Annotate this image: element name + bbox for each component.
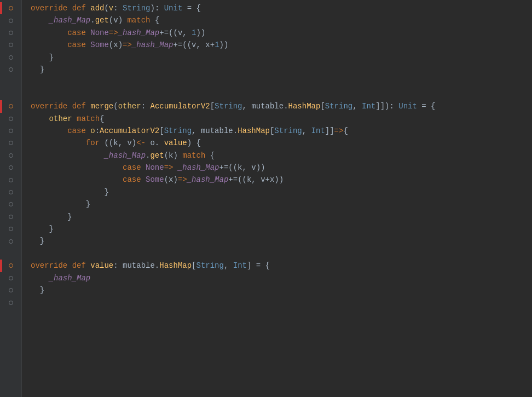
gutter-line-20 (0, 235, 21, 247)
indent-3 (31, 27, 67, 39)
paren-x-2: (x) (164, 174, 178, 186)
kw-for: for (86, 137, 105, 149)
ivar-hashmap-5: _hash_Map (178, 162, 219, 174)
indent-2 (31, 14, 49, 26)
indent-10 (31, 113, 49, 125)
close-brace-7: } (31, 235, 44, 247)
num-2: 1 (215, 39, 219, 51)
ty-hashmap-1: HashMap (288, 100, 321, 112)
ty-string-3: String (325, 100, 352, 112)
gutter-line-3 (0, 27, 21, 39)
colon-2: : (141, 100, 151, 112)
dot-1: . (90, 14, 95, 26)
arrow-2: => (123, 39, 132, 51)
arrow-for: <- (136, 137, 146, 149)
gutter-dot-6 (9, 67, 13, 72)
code-line-2: _hash_Map.get(v) match { (31, 14, 532, 26)
brace-match-1: { (150, 14, 159, 26)
gutter-dot-3 (9, 31, 13, 35)
none-2: None (146, 162, 164, 174)
gutter-line-2 (0, 14, 21, 26)
indent-11 (31, 125, 67, 137)
param-v: v (109, 2, 113, 14)
gutter-line-22 (0, 260, 21, 272)
kw-case-1: case (67, 27, 90, 39)
gutter-dot-15 (9, 178, 13, 182)
ty-unit-2: Unit (398, 100, 417, 112)
gutter-line-18 (0, 211, 21, 223)
gutter-dot-20 (9, 239, 13, 244)
gutter-line-5 (0, 51, 21, 64)
none-1: None (90, 27, 109, 39)
comma-2: , (352, 100, 362, 112)
code-line-3: case None=>_hash_Map+=((v, 1)) (31, 27, 532, 39)
gutter-line-10 (0, 113, 21, 125)
gutter-line-13 (0, 149, 21, 162)
code-line-24: } (31, 284, 532, 296)
close-brace-5: } (67, 211, 72, 223)
kw-case-2: case (67, 39, 90, 51)
ty-int-3: Int (233, 260, 247, 272)
gutter-line-21 (0, 248, 21, 260)
code-line-12: for ((k, v)<- o. value) { (31, 137, 532, 149)
ty-accv2-1: AccumulatorV2 (150, 100, 210, 112)
gutter-dot-18 (9, 215, 13, 219)
code-line-23: _hash_Map (31, 272, 532, 284)
comma-5: , (224, 260, 233, 272)
param-o: o (90, 125, 95, 137)
comma-4: , (302, 125, 311, 137)
other-ref-1: other (49, 113, 72, 125)
kw-case-5: case (123, 174, 146, 186)
code-line-13: _hash_Map.get(k) match { (31, 149, 532, 162)
close-brace-final: } (31, 284, 44, 296)
code-line-22: override def value: mutable.HashMap[Stri… (31, 260, 532, 272)
indent-17 (31, 198, 86, 210)
ty-hashmap-3: HashMap (159, 260, 192, 272)
paren-x-1: (x) (109, 39, 123, 51)
kw-case-3: case (67, 125, 90, 137)
comma-3: , (192, 125, 201, 137)
gutter-line-25 (0, 296, 21, 308)
indent-19 (31, 223, 49, 235)
brackets-close-3: ] = { (247, 260, 270, 272)
arrow-5: => (178, 174, 187, 186)
gutter-line-6 (0, 64, 21, 76)
ivar-hashmap-4: _hash_Map (104, 149, 146, 162)
fn-merge: merge (90, 100, 113, 112)
code-line-4: case Some(x)=>_hash_Map+=((v, x+1)) (31, 39, 532, 51)
indent-4 (31, 39, 67, 51)
kw-override-2: override (31, 100, 72, 112)
param-other: other (118, 100, 141, 112)
paren-k-1: (k) (164, 149, 183, 162)
space-14 (173, 162, 177, 174)
arrow-4: => (164, 162, 174, 174)
kw-def-1: def (72, 2, 91, 14)
gutter-line-4 (0, 39, 21, 51)
ty-hashmap-2: HashMap (238, 125, 270, 137)
code-line-15: case Some(x)=>_hash_Map+=((k, v+x)) (31, 174, 532, 186)
op-plus-eq-3: += (219, 162, 229, 174)
ivar-hashmap-1: _hash_Map (49, 14, 91, 26)
gutter-dot-9 (9, 104, 13, 108)
code-line-16: } (31, 186, 532, 198)
ty-string-1: String (123, 2, 150, 14)
arrow-3: => (334, 125, 344, 137)
gutter-dot-17 (9, 202, 13, 206)
code-line-17: } (31, 198, 532, 210)
comma-1: , (242, 100, 252, 112)
gutter-dot-2 (9, 19, 13, 23)
paren-v-1: (v) (109, 14, 128, 26)
gutter-line-12 (0, 137, 21, 149)
eq-open-2: = { (417, 100, 436, 112)
kw-match-2: match (77, 113, 100, 125)
tuple-1: ((v, (169, 27, 192, 39)
code-editor: override def add(v: String): Unit = { _h… (0, 0, 532, 397)
gutter-dot-11 (9, 129, 13, 133)
ty-string-2: String (215, 100, 242, 112)
gutter-dot-25 (9, 301, 13, 305)
fn-get-1: get (95, 14, 109, 26)
gutter-line-24 (0, 284, 21, 296)
gutter-dot-1 (9, 6, 13, 10)
indent-23 (31, 272, 49, 284)
close-brace-3: } (104, 186, 108, 198)
